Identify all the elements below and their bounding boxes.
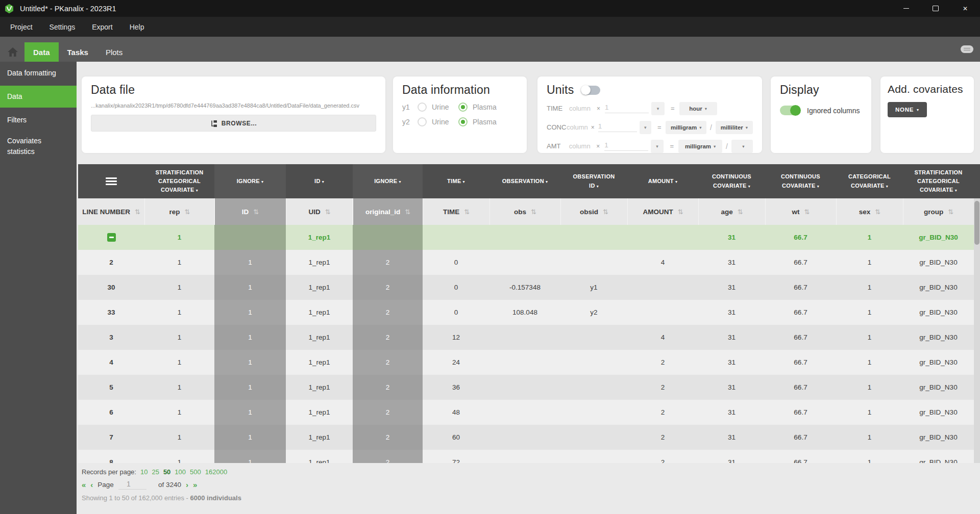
browse-button[interactable]: BROWSE...	[91, 115, 376, 132]
time-factor-input[interactable]: 1	[605, 104, 649, 113]
units-toggle[interactable]	[581, 86, 600, 95]
table-row[interactable]: 11_rep13166.71gr_BID_N30	[78, 225, 974, 250]
menu-settings[interactable]: Settings	[50, 23, 76, 31]
sidebar-item-filters[interactable]: Filters	[0, 110, 77, 131]
records-option-50[interactable]: 50	[163, 468, 170, 476]
last-page-button[interactable]: »	[193, 480, 197, 489]
table-row[interactable]: 2111_rep12043166.71gr_BID_N30	[78, 250, 974, 275]
page-input[interactable]: 1	[118, 480, 146, 490]
table-row[interactable]: 7111_rep126023166.71gr_BID_N30	[78, 425, 974, 450]
sidebar-item-data[interactable]: Data	[0, 86, 77, 108]
column-header-rep[interactable]: rep⇅	[144, 198, 214, 225]
time-unit-dropdown[interactable]: hour▾	[679, 102, 717, 115]
column-type-header-age[interactable]: CONTINUOUSCOVARIATE▾	[698, 164, 765, 198]
menu-export[interactable]: Export	[92, 23, 112, 31]
cell-line_number: 33	[78, 300, 144, 325]
column-dropdown-button[interactable]: ▾	[640, 121, 651, 134]
sort-icon[interactable]: ⇅	[325, 208, 331, 216]
table-row[interactable]: 6111_rep124823166.71gr_BID_N30	[78, 400, 974, 425]
column-header-line_number[interactable]: LINE NUMBER⇅	[78, 198, 144, 225]
tab-data[interactable]: Data	[24, 42, 59, 62]
home-icon[interactable]	[8, 47, 18, 57]
column-type-header-obs[interactable]: OBSERVATION▾	[489, 164, 560, 198]
sort-icon[interactable]: ⇅	[804, 208, 810, 216]
column-type-header-group[interactable]: STRATIFICATIONCATEGORICALCOVARIATE▾	[903, 164, 974, 198]
amt-volume-unit-dropdown[interactable]: ▾	[731, 140, 753, 153]
scrollbar-thumb[interactable]	[974, 201, 979, 245]
urine-radio[interactable]	[418, 117, 427, 126]
comment-icon[interactable]	[961, 45, 973, 54]
column-header-wt[interactable]: wt⇅	[765, 198, 836, 225]
maximize-button[interactable]	[921, 0, 950, 17]
column-header-group[interactable]: group⇅	[903, 198, 974, 225]
menu-help[interactable]: Help	[130, 23, 144, 31]
column-type-header-sex[interactable]: CATEGORICALCOVARIATE▾	[836, 164, 903, 198]
urine-radio[interactable]	[418, 102, 427, 112]
table-row[interactable]: 8111_rep127223166.71gr_BID_N30	[78, 450, 974, 463]
cell-time: 24	[423, 350, 489, 375]
column-header-obsid[interactable]: obsid⇅	[560, 198, 627, 225]
column-header-time[interactable]: TIME⇅	[423, 198, 489, 225]
next-page-button[interactable]: ›	[186, 480, 188, 489]
column-header-amount[interactable]: AMOUNT⇅	[627, 198, 698, 225]
conc-mass-unit-dropdown[interactable]: milligram▾	[666, 121, 706, 134]
amt-mass-unit-dropdown[interactable]: milligram▾	[678, 140, 722, 153]
column-header-sex[interactable]: sex⇅	[836, 198, 903, 225]
minimize-button[interactable]	[891, 0, 921, 17]
column-dropdown-button[interactable]: ▾	[651, 140, 664, 153]
plasma-radio[interactable]	[458, 117, 468, 126]
table-row[interactable]: 4111_rep122423166.71gr_BID_N30	[78, 350, 974, 375]
menu-project[interactable]: Project	[10, 23, 33, 31]
sort-icon[interactable]: ⇅	[185, 208, 190, 216]
table-scrollbar[interactable]	[974, 198, 980, 463]
table-row[interactable]: 3111_rep121243166.71gr_BID_N30	[78, 325, 974, 350]
column-type-header-time[interactable]: TIME▾	[423, 164, 489, 198]
column-type-header-rep[interactable]: STRATIFICATIONCATEGORICALCOVARIATE▾	[144, 164, 214, 198]
sidebar-item-covariates-statistics[interactable]: Covariates statistics	[0, 131, 77, 162]
column-type-header-obsid[interactable]: OBSERVATIONID▾	[560, 164, 627, 198]
sort-icon[interactable]: ⇅	[603, 208, 608, 216]
close-button[interactable]: ✕	[950, 0, 980, 17]
tab-plots[interactable]: Plots	[97, 42, 131, 62]
column-type-header-id[interactable]: IGNORE▾	[214, 164, 286, 198]
table-menu-icon[interactable]	[78, 164, 144, 198]
tab-tasks[interactable]: Tasks	[59, 42, 97, 62]
sort-icon[interactable]: ⇅	[948, 208, 953, 216]
column-dropdown-button[interactable]: ▾	[651, 102, 665, 115]
records-option-162000[interactable]: 162000	[205, 468, 227, 476]
sort-icon[interactable]: ⇅	[253, 208, 259, 216]
conc-factor-input[interactable]: 1	[598, 122, 637, 132]
none-dropdown-button[interactable]: NONE ▾	[888, 102, 927, 117]
column-type-header-amount[interactable]: AMOUNT▾	[627, 164, 698, 198]
first-page-button[interactable]: «	[82, 480, 86, 489]
sidebar-item-data-formatting[interactable]: Data formatting	[0, 62, 77, 84]
records-option-100[interactable]: 100	[175, 468, 186, 476]
column-header-original_id[interactable]: original_id⇅	[353, 198, 423, 225]
sort-icon[interactable]: ⇅	[738, 208, 743, 216]
sort-icon[interactable]: ⇅	[678, 208, 683, 216]
sort-icon[interactable]: ⇅	[875, 208, 880, 216]
sort-icon[interactable]: ⇅	[464, 208, 470, 216]
table-row[interactable]: 5111_rep123623166.71gr_BID_N30	[78, 375, 974, 400]
table-row[interactable]: 33111_rep120108.048y23166.71gr_BID_N30	[78, 300, 974, 325]
column-type-header-wt[interactable]: CONTINUOUSCOVARIATE▾	[765, 164, 836, 198]
column-header-age[interactable]: age⇅	[698, 198, 765, 225]
column-header-uid[interactable]: UID⇅	[286, 198, 353, 225]
collapse-row-icon[interactable]	[107, 233, 116, 242]
amt-factor-input[interactable]: 1	[604, 141, 648, 151]
conc-volume-unit-dropdown[interactable]: milliliter▾	[716, 121, 753, 134]
ignored-columns-toggle[interactable]	[780, 106, 800, 115]
column-type-header-original_id[interactable]: IGNORE▾	[353, 164, 423, 198]
sort-icon[interactable]: ⇅	[531, 208, 536, 216]
records-option-25[interactable]: 25	[152, 468, 159, 476]
records-option-500[interactable]: 500	[190, 468, 201, 476]
column-type-header-uid[interactable]: ID▾	[286, 164, 353, 198]
table-row[interactable]: 30111_rep120-0.157348y13166.71gr_BID_N30	[78, 275, 974, 300]
sort-icon[interactable]: ⇅	[405, 208, 410, 216]
prev-page-button[interactable]: ‹	[90, 480, 93, 489]
column-header-id[interactable]: ID⇅	[214, 198, 286, 225]
column-header-obs[interactable]: obs⇅	[489, 198, 560, 225]
plasma-radio[interactable]	[458, 102, 468, 112]
records-option-10[interactable]: 10	[140, 468, 148, 476]
sort-icon[interactable]: ⇅	[135, 208, 140, 216]
